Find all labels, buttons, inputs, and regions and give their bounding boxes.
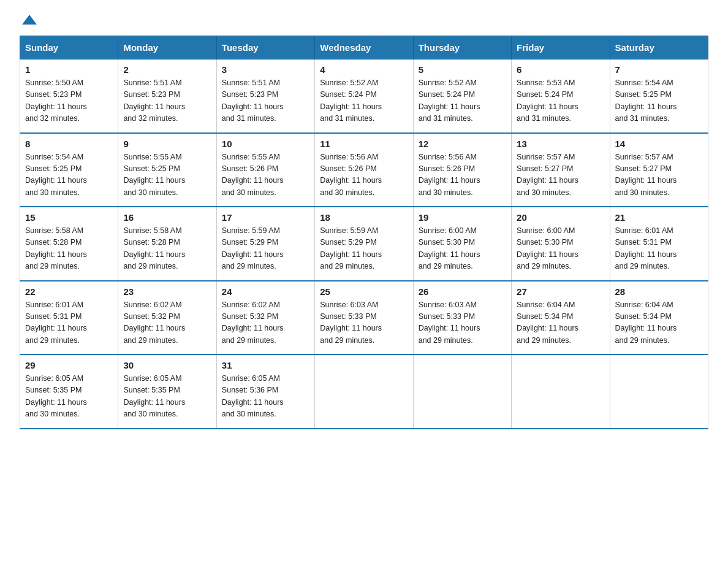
- calendar-cell: 3 Sunrise: 5:51 AMSunset: 5:23 PMDayligh…: [216, 59, 314, 133]
- calendar-cell: 28 Sunrise: 6:04 AMSunset: 5:34 PMDaylig…: [610, 281, 708, 355]
- page-header: [20, 15, 708, 26]
- day-number: 3: [222, 64, 309, 75]
- header-saturday: Saturday: [610, 36, 708, 59]
- calendar-cell: 25 Sunrise: 6:03 AMSunset: 5:33 PMDaylig…: [315, 281, 413, 355]
- calendar-week-row: 1 Sunrise: 5:50 AMSunset: 5:23 PMDayligh…: [20, 59, 708, 133]
- calendar-cell: 1 Sunrise: 5:50 AMSunset: 5:23 PMDayligh…: [20, 59, 118, 133]
- day-number: 20: [517, 212, 604, 223]
- calendar-cell: 11 Sunrise: 5:56 AMSunset: 5:26 PMDaylig…: [315, 133, 413, 207]
- calendar-cell: 17 Sunrise: 5:59 AMSunset: 5:29 PMDaylig…: [216, 207, 314, 281]
- day-number: 29: [25, 360, 113, 370]
- calendar-cell: 9 Sunrise: 5:55 AMSunset: 5:25 PMDayligh…: [118, 133, 216, 207]
- logo: [20, 15, 38, 26]
- calendar-cell: 8 Sunrise: 5:54 AMSunset: 5:25 PMDayligh…: [20, 133, 118, 207]
- day-info: Sunrise: 5:59 AMSunset: 5:29 PMDaylight:…: [222, 225, 309, 273]
- day-info: Sunrise: 5:51 AMSunset: 5:23 PMDaylight:…: [123, 77, 211, 125]
- calendar-cell: 19 Sunrise: 6:00 AMSunset: 5:30 PMDaylig…: [413, 207, 511, 281]
- day-number: 8: [25, 139, 113, 149]
- day-number: 30: [123, 360, 211, 370]
- day-info: Sunrise: 5:56 AMSunset: 5:26 PMDaylight:…: [419, 151, 506, 199]
- calendar-cell: 12 Sunrise: 5:56 AMSunset: 5:26 PMDaylig…: [413, 133, 511, 207]
- calendar-cell: 18 Sunrise: 5:59 AMSunset: 5:29 PMDaylig…: [315, 207, 413, 281]
- day-number: 31: [222, 360, 309, 370]
- calendar-cell: 20 Sunrise: 6:00 AMSunset: 5:30 PMDaylig…: [512, 207, 610, 281]
- day-info: Sunrise: 5:55 AMSunset: 5:25 PMDaylight:…: [123, 151, 211, 199]
- day-info: Sunrise: 6:01 AMSunset: 5:31 PMDaylight:…: [615, 225, 703, 273]
- day-number: 23: [123, 286, 211, 297]
- day-number: 5: [419, 64, 506, 75]
- day-info: Sunrise: 5:57 AMSunset: 5:27 PMDaylight:…: [517, 151, 604, 199]
- header-thursday: Thursday: [413, 36, 511, 59]
- day-info: Sunrise: 5:50 AMSunset: 5:23 PMDaylight:…: [25, 77, 113, 125]
- calendar-cell: 4 Sunrise: 5:52 AMSunset: 5:24 PMDayligh…: [315, 59, 413, 133]
- day-number: 18: [320, 212, 408, 223]
- day-info: Sunrise: 5:52 AMSunset: 5:24 PMDaylight:…: [320, 77, 408, 125]
- day-number: 6: [517, 64, 604, 75]
- day-number: 11: [320, 139, 408, 149]
- calendar-cell: 2 Sunrise: 5:51 AMSunset: 5:23 PMDayligh…: [118, 59, 216, 133]
- day-info: Sunrise: 6:05 AMSunset: 5:36 PMDaylight:…: [222, 373, 309, 421]
- calendar-cell: 23 Sunrise: 6:02 AMSunset: 5:32 PMDaylig…: [118, 281, 216, 355]
- header-wednesday: Wednesday: [315, 36, 413, 59]
- day-info: Sunrise: 6:04 AMSunset: 5:34 PMDaylight:…: [615, 299, 703, 347]
- calendar-header-row: SundayMondayTuesdayWednesdayThursdayFrid…: [20, 36, 708, 59]
- day-number: 13: [517, 139, 604, 149]
- header-tuesday: Tuesday: [216, 36, 314, 59]
- calendar-cell: 29 Sunrise: 6:05 AMSunset: 5:35 PMDaylig…: [20, 354, 118, 429]
- header-friday: Friday: [512, 36, 610, 59]
- day-info: Sunrise: 6:05 AMSunset: 5:35 PMDaylight:…: [123, 373, 211, 421]
- calendar-cell: 15 Sunrise: 5:58 AMSunset: 5:28 PMDaylig…: [20, 207, 118, 281]
- calendar-cell: 21 Sunrise: 6:01 AMSunset: 5:31 PMDaylig…: [610, 207, 708, 281]
- day-info: Sunrise: 6:02 AMSunset: 5:32 PMDaylight:…: [123, 299, 211, 347]
- day-info: Sunrise: 5:55 AMSunset: 5:26 PMDaylight:…: [222, 151, 309, 199]
- day-number: 7: [615, 64, 703, 75]
- day-info: Sunrise: 6:02 AMSunset: 5:32 PMDaylight:…: [222, 299, 309, 347]
- day-info: Sunrise: 6:05 AMSunset: 5:35 PMDaylight:…: [25, 373, 113, 421]
- day-info: Sunrise: 5:58 AMSunset: 5:28 PMDaylight:…: [25, 225, 113, 273]
- calendar-cell: 22 Sunrise: 6:01 AMSunset: 5:31 PMDaylig…: [20, 281, 118, 355]
- calendar-cell: 7 Sunrise: 5:54 AMSunset: 5:25 PMDayligh…: [610, 59, 708, 133]
- day-number: 9: [123, 139, 211, 149]
- calendar-cell: [315, 354, 413, 429]
- day-number: 24: [222, 286, 309, 297]
- day-number: 26: [419, 286, 506, 297]
- day-info: Sunrise: 6:03 AMSunset: 5:33 PMDaylight:…: [419, 299, 506, 347]
- calendar-cell: 31 Sunrise: 6:05 AMSunset: 5:36 PMDaylig…: [216, 354, 314, 429]
- day-number: 22: [25, 286, 113, 297]
- day-info: Sunrise: 6:01 AMSunset: 5:31 PMDaylight:…: [25, 299, 113, 347]
- calendar-cell: 27 Sunrise: 6:04 AMSunset: 5:34 PMDaylig…: [512, 281, 610, 355]
- day-info: Sunrise: 5:56 AMSunset: 5:26 PMDaylight:…: [320, 151, 408, 199]
- calendar-cell: 26 Sunrise: 6:03 AMSunset: 5:33 PMDaylig…: [413, 281, 511, 355]
- calendar-cell: [610, 354, 708, 429]
- calendar-cell: 6 Sunrise: 5:53 AMSunset: 5:24 PMDayligh…: [512, 59, 610, 133]
- calendar-week-row: 15 Sunrise: 5:58 AMSunset: 5:28 PMDaylig…: [20, 207, 708, 281]
- day-info: Sunrise: 5:52 AMSunset: 5:24 PMDaylight:…: [419, 77, 506, 125]
- day-info: Sunrise: 6:00 AMSunset: 5:30 PMDaylight:…: [419, 225, 506, 273]
- calendar-week-row: 8 Sunrise: 5:54 AMSunset: 5:25 PMDayligh…: [20, 133, 708, 207]
- day-number: 12: [419, 139, 506, 149]
- calendar-cell: 5 Sunrise: 5:52 AMSunset: 5:24 PMDayligh…: [413, 59, 511, 133]
- calendar-cell: 30 Sunrise: 6:05 AMSunset: 5:35 PMDaylig…: [118, 354, 216, 429]
- svg-marker-0: [22, 15, 37, 25]
- day-info: Sunrise: 6:04 AMSunset: 5:34 PMDaylight:…: [517, 299, 604, 347]
- calendar-cell: 16 Sunrise: 5:58 AMSunset: 5:28 PMDaylig…: [118, 207, 216, 281]
- day-info: Sunrise: 5:51 AMSunset: 5:23 PMDaylight:…: [222, 77, 309, 125]
- day-number: 2: [123, 64, 211, 75]
- day-number: 19: [419, 212, 506, 223]
- day-number: 4: [320, 64, 408, 75]
- day-number: 16: [123, 212, 211, 223]
- day-number: 17: [222, 212, 309, 223]
- calendar-cell: 14 Sunrise: 5:57 AMSunset: 5:27 PMDaylig…: [610, 133, 708, 207]
- day-info: Sunrise: 5:54 AMSunset: 5:25 PMDaylight:…: [615, 77, 703, 125]
- day-number: 28: [615, 286, 703, 297]
- calendar-cell: 10 Sunrise: 5:55 AMSunset: 5:26 PMDaylig…: [216, 133, 314, 207]
- day-info: Sunrise: 5:54 AMSunset: 5:25 PMDaylight:…: [25, 151, 113, 199]
- day-number: 10: [222, 139, 309, 149]
- day-info: Sunrise: 6:03 AMSunset: 5:33 PMDaylight:…: [320, 299, 408, 347]
- day-number: 1: [25, 64, 113, 75]
- calendar-cell: [413, 354, 511, 429]
- day-number: 25: [320, 286, 408, 297]
- day-info: Sunrise: 6:00 AMSunset: 5:30 PMDaylight:…: [517, 225, 604, 273]
- day-number: 21: [615, 212, 703, 223]
- header-monday: Monday: [118, 36, 216, 59]
